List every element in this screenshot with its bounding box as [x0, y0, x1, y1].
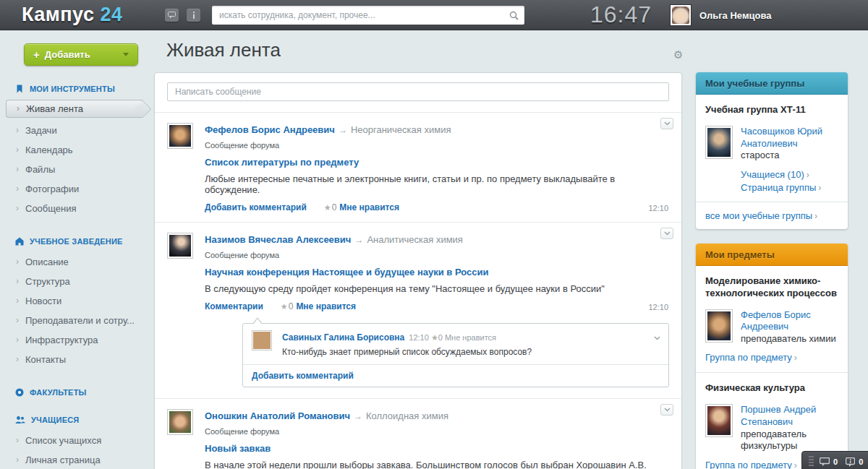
search-input[interactable]: [212, 10, 503, 20]
add-comment-link[interactable]: Добавить комментарий: [205, 202, 307, 212]
post-target[interactable]: Аналитическая химия: [367, 234, 463, 245]
chevron-right-icon: ›: [794, 353, 797, 363]
messages-button[interactable]: [165, 9, 179, 22]
sidebar-item-photos[interactable]: ›Фотографии: [0, 179, 153, 199]
info-icon: [846, 457, 855, 467]
collapse-comment-button[interactable]: [654, 330, 660, 343]
arrow-right-icon: →: [354, 411, 362, 421]
collapse-post-button[interactable]: [660, 228, 673, 239]
search-button[interactable]: [503, 6, 524, 25]
chevron-right-icon: ›: [17, 100, 20, 117]
like-link[interactable]: Мне нравится: [296, 301, 356, 311]
chevron-right-icon: ›: [16, 350, 19, 369]
gear-icon[interactable]: ⚙: [673, 49, 683, 60]
chevron-down-icon: [123, 53, 129, 56]
info-count: 0: [859, 457, 863, 466]
comment-like-link[interactable]: Мне нравится: [445, 333, 496, 342]
likes-count: 0: [332, 202, 337, 212]
post-title-link[interactable]: Новый завкав: [205, 443, 271, 454]
comments-link[interactable]: Комментарии: [205, 301, 263, 311]
sidebar-item-student-list[interactable]: ›Список учащихся: [0, 431, 153, 450]
post-author-link[interactable]: Фефелов Борис Андреевич: [205, 124, 335, 135]
sidebar-item-messages[interactable]: ›Сообщения: [0, 199, 153, 218]
app-logo[interactable]: Кампус 24: [22, 4, 123, 26]
person-link[interactable]: Фефелов Борис Андреевич: [741, 309, 811, 332]
section-my-tools[interactable]: МОИ ИНСТРУМЕНТЫ: [15, 85, 153, 93]
star-icon: ★: [324, 203, 331, 212]
sidebar-item-tasks[interactable]: ›Задачи: [0, 121, 153, 140]
current-user[interactable]: Ольга Немцова: [670, 4, 772, 26]
composer-input[interactable]: [167, 82, 669, 101]
post-body: В начале этой недели прошли выборы завка…: [205, 460, 669, 469]
sidebar-item-files[interactable]: ›Файлы: [0, 160, 153, 179]
group-page-link[interactable]: Страница группы›: [741, 182, 838, 193]
add-button-label: Добавить: [45, 49, 90, 60]
sidebar-item-contacts[interactable]: ›Контакты: [0, 350, 153, 369]
avatar[interactable]: [167, 123, 193, 149]
sidebar-item-news[interactable]: ›Новости: [0, 291, 153, 311]
arrow-right-icon: →: [354, 235, 363, 245]
avatar: [670, 4, 692, 26]
like-link[interactable]: Мне нравится: [339, 202, 399, 212]
global-search: [212, 6, 524, 25]
my-groups-header: Мои учебные группы: [696, 72, 848, 95]
person-role: преподаватель химии: [741, 333, 838, 345]
chevron-right-icon: ›: [16, 140, 19, 160]
avatar[interactable]: [167, 233, 193, 259]
info-icon: [192, 12, 195, 19]
sidebar-item-personal-page[interactable]: ›Личная страница: [0, 450, 153, 469]
comment-author-link[interactable]: Савиных Галина Борисовна: [282, 332, 404, 343]
section-institution[interactable]: УЧЕБНОЕ ЗАВЕДЕНИЕ: [15, 237, 153, 246]
logo-text: Кампус: [22, 4, 94, 25]
chevron-right-icon: ›: [16, 450, 19, 469]
subject-group-link[interactable]: Группа по предмету›: [705, 352, 838, 363]
post-author-link[interactable]: Оношкин Анатолий Романович: [205, 410, 350, 421]
page-title: Живая лента: [166, 39, 281, 61]
post-kind: Сообщение форума: [205, 427, 669, 436]
chevron-right-icon: ›: [16, 160, 19, 179]
sidebar-item-description[interactable]: ›Описание: [0, 252, 153, 272]
section-faculties[interactable]: ФАКУЛЬТЕТЫ: [15, 388, 153, 397]
post-title-link[interactable]: Список литературы по предмету: [205, 157, 359, 168]
my-subjects-header: Мои предметы: [696, 244, 848, 266]
avatar[interactable]: [705, 126, 733, 159]
info-button[interactable]: [187, 9, 200, 22]
chevron-right-icon: ›: [16, 311, 19, 330]
sidebar-item-live-feed[interactable]: ›Живая лента: [6, 100, 142, 118]
section-students[interactable]: УЧАЩИЕСЯ: [15, 416, 153, 424]
add-button[interactable]: + Добавить: [24, 43, 138, 66]
collapse-post-button[interactable]: [660, 404, 673, 416]
sidebar-item-structure[interactable]: ›Структура: [0, 272, 153, 291]
my-subjects-box: Мои предметы Моделирование химико-технол…: [696, 244, 848, 469]
chevron-down-icon: [654, 336, 660, 340]
post-target[interactable]: Неорганическая химия: [351, 124, 451, 135]
avatar[interactable]: [705, 309, 733, 343]
avatar[interactable]: [167, 409, 193, 435]
person-link[interactable]: Поршнев Андрей Степанович: [741, 404, 816, 427]
avatar[interactable]: [252, 330, 272, 350]
post-author-link[interactable]: Назимов Вячеслав Алексеевич: [205, 234, 351, 245]
students-link[interactable]: Учащиеся (10)›: [741, 169, 838, 180]
campus24-app: Кампус 24 16:47 Ольга Немцова + Добавить: [0, 0, 868, 469]
post-target[interactable]: Коллоидная химия: [366, 410, 448, 421]
post-time: 12:10: [648, 204, 668, 212]
collapse-post-button[interactable]: [660, 118, 673, 129]
drag-handle-icon[interactable]: [809, 456, 814, 468]
sidebar-item-infrastructure[interactable]: ›Инфраструктура: [0, 330, 153, 350]
search-icon: [509, 11, 519, 20]
my-groups-box: Мои учебные группы Учебная группа ХТ-11 …: [696, 72, 848, 229]
group-name: Учебная группа ХТ-11: [705, 104, 838, 116]
notification-dock[interactable]: 0 0: [801, 451, 868, 469]
feed-post: Фефелов Борис Андреевич→Неорганическая х…: [155, 112, 681, 222]
right-sidebar: Мои учебные группы Учебная группа ХТ-11 …: [696, 72, 848, 469]
all-groups-link[interactable]: все мои учебные группы›: [705, 210, 817, 221]
person-link[interactable]: Часовщиков Юрий Анатолиевич: [741, 126, 822, 149]
add-comment-link[interactable]: Добавить комментарий: [252, 371, 354, 381]
people-icon: [15, 416, 25, 424]
chevron-down-icon: [664, 121, 671, 126]
chevron-right-icon: ›: [16, 330, 19, 350]
avatar[interactable]: [705, 404, 733, 437]
post-title-link[interactable]: Научная конференция Настоящее и будущее …: [205, 267, 489, 277]
sidebar-item-teachers[interactable]: ›Преподаватели и сотру...: [0, 311, 153, 330]
sidebar-item-calendar[interactable]: ›Календарь: [0, 140, 153, 160]
